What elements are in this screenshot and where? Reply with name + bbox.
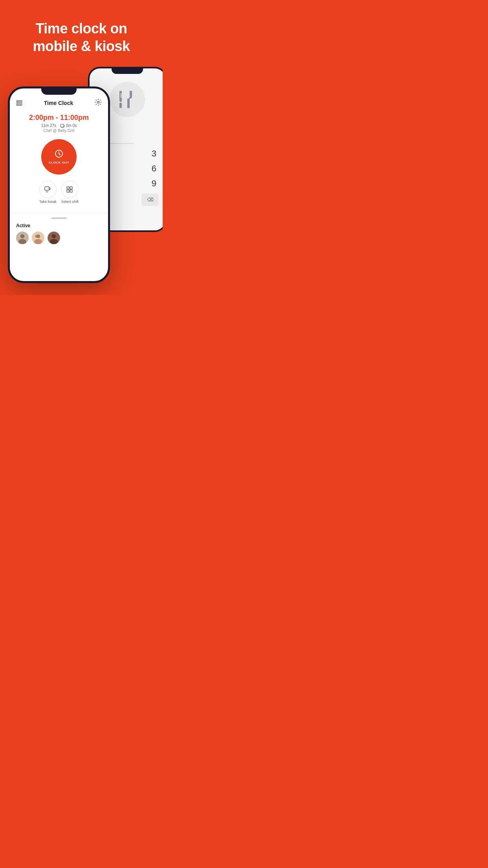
svg-rect-1 [119,103,122,108]
user-avatar-1 [16,232,29,244]
clock-out-label: CLOCK OUT [49,161,69,164]
kiosk-notch [112,68,143,74]
svg-point-21 [52,234,56,238]
svg-rect-11 [70,190,72,192]
restaurant-icon-circle [110,82,145,117]
action-buttons: Take break Select shift [18,181,100,204]
clock-out-icon [55,149,63,160]
kiosk-backspace[interactable]: ⌫ [141,193,159,206]
coffee-cup-icon [60,124,65,128]
user-avatar-3 [48,232,60,244]
hero-title: Time clock on mobile & kiosk [0,0,163,67]
svg-rect-8 [67,187,69,189]
avatar-2 [32,232,44,244]
avatar-3 [48,232,60,244]
svg-rect-3 [122,93,123,98]
scroll-indicator [51,217,67,219]
avatar-1 [16,232,29,244]
svg-point-4 [97,101,99,103]
hamburger-icon[interactable] [16,101,22,105]
grid-icon [66,186,73,193]
app-content: 2:00pm - 11:00pm 11m 27s 0m 0s Chef @ Be… [10,110,108,213]
svg-rect-9 [70,187,72,189]
user-avatar-2 [32,232,44,244]
fork-knife-icon [116,88,139,111]
content-divider [10,213,108,213]
svg-point-13 [20,234,24,238]
mobile-notch [41,88,77,95]
select-shift-label: Select shift [61,200,79,204]
svg-rect-2 [121,93,121,98]
select-shift-button[interactable]: Select shift [61,181,79,204]
shift-meta: 11m 27s 0m 0s [18,123,100,128]
svg-rect-5 [61,124,64,127]
svg-rect-7 [45,187,49,190]
shift-location: Chef @ Belly Grill [18,129,100,133]
shift-break: 0m 0s [60,123,77,128]
mobile-phone: Time Clock 2:00pm - 11:00pm 11m 27s [8,86,110,283]
app-header: Time Clock [10,95,108,110]
take-break-circle [39,181,57,198]
phones-scene: ORP am 3 6 9 ⌫ Time Clock [0,67,163,295]
settings-icon[interactable] [95,99,102,107]
coffee-break-icon [44,186,51,193]
take-break-label: Take break [39,200,57,204]
app-title: Time Clock [44,100,73,106]
clock-out-button[interactable]: CLOCK OUT [41,139,77,175]
shift-time-range: 2:00pm - 11:00pm [18,114,100,122]
select-shift-circle [61,181,79,198]
shift-duration: 11m 27s [41,123,56,128]
svg-rect-10 [67,190,69,192]
avatars-row [16,232,102,244]
active-section: Active [10,223,108,244]
break-duration: 0m 0s [66,123,77,128]
take-break-button[interactable]: Take break [39,181,57,204]
active-section-label: Active [16,223,102,228]
